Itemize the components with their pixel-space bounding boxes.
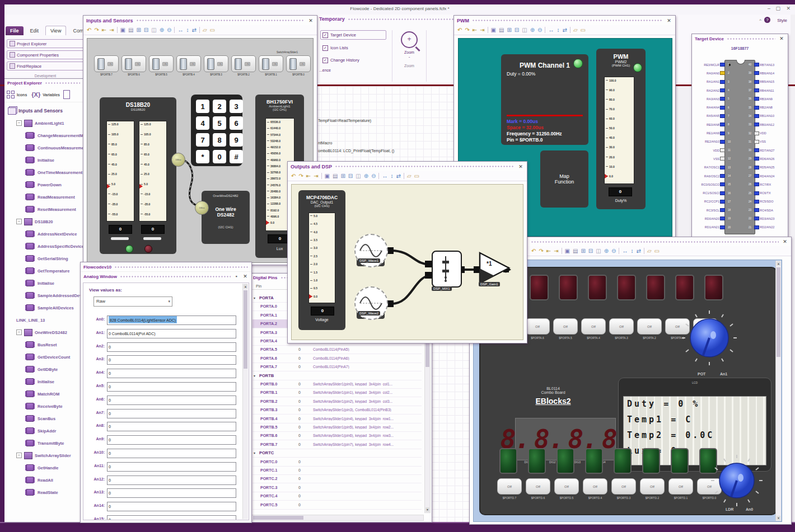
scale-pointer-icon[interactable] [266, 220, 269, 225]
pin-icon[interactable] [720, 71, 725, 75]
pin-label-right[interactable]: RB6/AN14 [760, 72, 785, 75]
switch-lever[interactable] [180, 58, 187, 70]
toolbar-icon[interactable]: ⇄ [396, 173, 400, 179]
pin-label-right[interactable]: RD2/AN22 [760, 225, 785, 229]
toolbar-icon[interactable]: ↷ [94, 27, 99, 33]
pin-icon[interactable] [754, 191, 759, 195]
pin-label-left[interactable]: VSS [694, 157, 719, 161]
analog-value-field[interactable]: 0 [107, 355, 236, 365]
tree-item[interactable]: Initialise [7, 375, 83, 388]
ribbon-collapse-icon[interactable]: ^ [759, 18, 761, 23]
target-close-icon[interactable]: ✕ [778, 36, 785, 41]
toolbar-icon[interactable]: ▣ [491, 27, 496, 33]
tab-file[interactable]: File [6, 26, 24, 35]
pin-icon[interactable] [720, 174, 725, 178]
tree-item[interactable]: –OneWireDS2482 [7, 326, 83, 338]
tree-item[interactable]: –DS18B20 [7, 215, 83, 228]
analog-value-field[interactable]: 0 [107, 488, 236, 498]
pin-icon[interactable] [720, 131, 725, 135]
analog-close-icon[interactable]: ✕ [242, 274, 249, 279]
pin-label-right[interactable]: RD4/AN24 [760, 175, 785, 178]
analog-value-field[interactable]: 0 ComboBL0114(Pot ADC) [107, 329, 236, 338]
toolbar-icon[interactable]: ⊞ [136, 27, 141, 33]
port-switch-button[interactable]: Off [554, 478, 579, 495]
toolbar-icon[interactable]: ↕ [630, 248, 633, 254]
inputs-canvas[interactable]: ON$PORTB.7ON$PORTB.6ON$PORTB.5ON$PORTB.4… [87, 38, 314, 263]
pin-icon[interactable] [720, 140, 725, 144]
variables-icon[interactable]: {X} [31, 91, 40, 98]
toolbar-icon[interactable]: ⇤ [306, 173, 311, 179]
toolbar-icon[interactable]: ⊕ [364, 173, 368, 179]
pin-label-left[interactable]: RA3/AN3 [694, 97, 719, 101]
toolbar-icon[interactable]: ▭ [581, 27, 586, 33]
toolbar-icon[interactable]: ↷ [465, 27, 469, 33]
toolbar-icon[interactable]: ▣ [120, 27, 125, 33]
inputs-close-icon[interactable]: ✕ [307, 18, 314, 23]
pin-icon[interactable] [754, 208, 759, 212]
port-pin-row[interactable]: PORTC.40 [252, 492, 422, 501]
pin-label-right[interactable]: RD3/AN23 [760, 217, 785, 220]
pin-label-left[interactable]: RC3/SCL [694, 209, 719, 212]
pin-label-right[interactable]: RD6/AN26 [760, 157, 785, 161]
pin-icon[interactable] [754, 157, 759, 161]
view-check-icon-lists[interactable]: ✓Icon Lists [320, 44, 386, 52]
pin-label-right[interactable]: VSS [760, 140, 785, 143]
toolbar-icon[interactable]: ↕ [390, 173, 393, 179]
pin-icon[interactable] [754, 148, 759, 152]
switch-lever[interactable] [289, 58, 297, 70]
port-pin-row[interactable]: PORTB.20SwitchArraySlider1(pin2), keypad… [252, 397, 422, 406]
tree-item[interactable]: SkipAddr [7, 425, 83, 437]
toolbar-icon[interactable]: ↷ [298, 173, 303, 179]
pin-icon[interactable] [754, 140, 759, 144]
toolbar-icon[interactable]: ⇥ [554, 248, 558, 254]
outputs-close-icon[interactable]: ✕ [517, 164, 524, 170]
switch-lever[interactable] [207, 58, 214, 70]
tree-item[interactable]: BusReset [7, 338, 83, 351]
pin-icon[interactable] [720, 157, 725, 161]
analog-value-field[interactable]: 0 [107, 382, 236, 392]
analog-vscrollbar[interactable]: ▲ [242, 284, 248, 519]
tree-item[interactable]: PowerDown [7, 178, 83, 191]
icons-tab-label[interactable]: Icons [17, 93, 27, 97]
keypad-key-*[interactable]: * [196, 150, 209, 163]
dsp-wave1[interactable]: DSP_Wave1 [354, 234, 387, 267]
pin-label-left[interactable]: RE2/AN10 [694, 140, 719, 143]
toolbar-icon[interactable]: ↔ [622, 248, 628, 254]
analog-value-field[interactable]: 0 [107, 462, 236, 472]
toolbar-icon[interactable]: ↕ [556, 27, 559, 33]
tree-item[interactable]: SampleAddressedDevice [7, 289, 83, 302]
tree-item[interactable]: GetSerialString [7, 252, 83, 265]
tree-item[interactable]: GetTemperature [7, 265, 83, 277]
toolbar-icon[interactable]: ▤ [128, 27, 133, 33]
keypad-key-1[interactable]: 1 [196, 100, 209, 113]
pin-label-right[interactable]: RC4/SDA [760, 209, 785, 212]
port-switch-button[interactable]: Off [553, 318, 578, 335]
analog-value-field[interactable]: 0 [107, 449, 236, 458]
toolbar-icon[interactable]: ⇥ [109, 27, 114, 33]
toolbar-icon[interactable]: ⇄ [191, 27, 196, 33]
keypad-key-4[interactable]: 4 [196, 116, 209, 130]
keypad-key-8[interactable]: 8 [213, 133, 226, 147]
toolbar-icon[interactable]: ⊟ [348, 173, 353, 179]
pwm-close-icon[interactable]: ✕ [666, 18, 672, 23]
dsp-wave2[interactable]: DSP_Wave2 [354, 286, 387, 320]
pin-label-right[interactable]: RC6/TX [760, 191, 785, 195]
port-switch-button[interactable]: Off [525, 318, 550, 335]
analog-value-field[interactable]: 0 [107, 342, 236, 352]
tree-expander-icon[interactable]: – [16, 120, 22, 126]
toolbar-icon[interactable]: ◫ [151, 27, 156, 33]
pin-icon[interactable] [754, 174, 759, 178]
close-button[interactable]: ✕ [786, 6, 791, 11]
tree-item[interactable]: LINK_LINE_13 [7, 314, 83, 326]
toolbar-icon[interactable]: ⇤ [102, 27, 106, 33]
pin-icon[interactable] [720, 225, 725, 229]
group-expander-icon[interactable]: ▾ [252, 451, 259, 455]
tree-expander-icon[interactable]: – [16, 329, 22, 335]
scale-pointer-icon[interactable] [107, 184, 110, 189]
checkbox-icon[interactable]: ✓ [322, 45, 328, 51]
tree-item[interactable]: AddressSpecificDevice [7, 240, 83, 252]
board-vscrollbar[interactable]: ▲ ▼ [775, 261, 781, 521]
pin-icon[interactable] [720, 200, 725, 204]
toolbar-icon[interactable]: ⇄ [562, 27, 567, 33]
toolbar-icon[interactable]: ▱ [647, 248, 652, 254]
